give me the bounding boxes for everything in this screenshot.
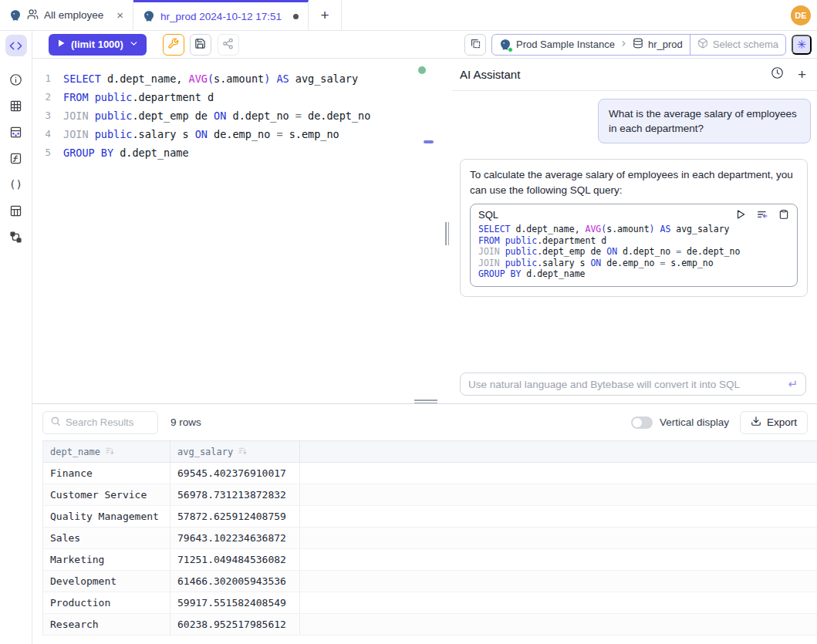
save-sheet-button[interactable]	[190, 34, 211, 56]
ai-assistant-button[interactable]: ✳	[792, 35, 812, 55]
export-button[interactable]: Export	[740, 411, 808, 434]
run-code-button[interactable]	[735, 209, 746, 220]
enter-icon[interactable]: ↵	[788, 377, 798, 391]
cell-avg-salary[interactable]: 79643.102234636872	[170, 528, 300, 548]
insert-into-editor-button[interactable]	[756, 208, 768, 221]
table-row[interactable]: Quality Management57872.625912408759	[42, 506, 817, 528]
table-row[interactable]: Marketing71251.049484536082	[42, 549, 817, 571]
sql-editor[interactable]: 1SELECT d.dept_name, AVG(s.amount) AS av…	[32, 59, 440, 403]
sidebar-item-tables[interactable]	[5, 95, 27, 116]
connection-breadcrumb: Prod Sample Instance hr_prod Select sche…	[491, 34, 786, 56]
instance-database-selector[interactable]: Prod Sample Instance hr_prod	[492, 38, 690, 51]
code-line: FROM public.department d	[478, 235, 789, 247]
parentheses-icon: ()	[9, 178, 22, 191]
cell-avg-salary[interactable]: 69545.402376910017	[170, 463, 300, 484]
batch-query-button[interactable]	[464, 34, 486, 56]
function-icon	[9, 152, 22, 165]
results-panel: 9 rows Vertical display Export dept_name…	[32, 403, 817, 644]
cell-avg-salary[interactable]: 59917.551582408549	[170, 592, 300, 613]
table-row[interactable]: Finance69545.402376910017	[42, 463, 817, 484]
run-query-button[interactable]: (limit 1000)	[49, 34, 147, 56]
sidebar-item-functions[interactable]	[5, 147, 27, 169]
tab-label: hr_prod 2024-10-12 17:51	[160, 11, 282, 22]
cell-dept-name[interactable]: Finance	[43, 463, 170, 484]
cell-dept-name[interactable]: Production	[43, 592, 170, 613]
postgres-icon	[143, 10, 155, 22]
new-chat-button[interactable]: +	[798, 67, 806, 82]
column-label: dept_name	[50, 447, 100, 457]
history-button[interactable]	[771, 66, 784, 83]
format-sql-button[interactable]	[163, 34, 184, 56]
cell-dept-name[interactable]: Customer Service	[43, 484, 170, 505]
code-block-body: SELECT d.dept_name, AVG(s.amount) AS avg…	[478, 224, 789, 280]
share-icon	[222, 38, 234, 52]
sidebar-item-schema-diagram[interactable]	[5, 226, 27, 248]
table-row[interactable]: Production59917.551582408549	[42, 592, 817, 614]
chevron-down-icon[interactable]	[129, 39, 139, 51]
ai-assistant-title: AI Assistant	[460, 68, 757, 81]
chevron-right-icon	[620, 39, 628, 50]
results-table-header: dept_name avg_salary	[42, 440, 817, 463]
cell-avg-salary[interactable]: 56978.731213872832	[170, 484, 300, 505]
code-line: 5GROUP BY d.dept_name	[32, 143, 440, 162]
cell-dept-name[interactable]: Marketing	[43, 549, 170, 570]
sidebar-item-data[interactable]	[5, 121, 27, 143]
sidebar-item-info[interactable]	[5, 69, 27, 90]
search-icon	[50, 416, 61, 430]
sidebar-item-views[interactable]	[5, 200, 27, 221]
vertical-display-toggle[interactable]	[631, 416, 653, 429]
cube-icon	[697, 38, 708, 51]
schema-selector[interactable]: Select schema	[690, 35, 785, 55]
clock-icon	[771, 66, 784, 83]
info-icon	[9, 73, 22, 86]
tab-hr-prod[interactable]: hr_prod 2024-10-12 17:51	[133, 0, 309, 30]
cell-dept-name[interactable]: Research	[43, 614, 170, 635]
results-table-body: Finance69545.402376910017Customer Servic…	[42, 463, 817, 636]
sidebar-item-editor[interactable]	[5, 35, 27, 56]
line-number: 4	[32, 125, 63, 143]
tab-all-employee[interactable]: All employee ×	[0, 0, 133, 30]
table-row[interactable]: Research60238.952517985612	[42, 614, 817, 636]
play-icon	[56, 39, 66, 50]
share-button[interactable]	[218, 34, 239, 56]
cell-dept-name[interactable]: Development	[43, 571, 170, 592]
new-tab-button[interactable]: +	[309, 0, 342, 30]
editor-lines: 1SELECT d.dept_name, AVG(s.amount) AS av…	[32, 69, 440, 162]
search-results-input[interactable]	[66, 416, 150, 428]
cell-avg-salary[interactable]: 71251.049484536082	[170, 549, 300, 570]
column-header-avg-salary[interactable]: avg_salary	[170, 441, 300, 462]
table-row[interactable]: Customer Service56978.731213872832	[42, 484, 817, 506]
avatar[interactable]: DE	[791, 5, 811, 25]
search-results-box	[42, 411, 158, 434]
postgres-icon	[499, 39, 511, 51]
cell-dept-name[interactable]: Sales	[43, 528, 170, 548]
table-row[interactable]: Development61466.302005943536	[42, 571, 817, 592]
toolbar-right: Prod Sample Instance hr_prod Select sche…	[464, 34, 812, 56]
close-icon[interactable]: ×	[116, 8, 123, 22]
sort-icon	[238, 446, 248, 458]
ai-assistant-panel: AI Assistant + What is the average salar…	[452, 59, 817, 403]
code-line: GROUP BY d.dept_name	[478, 268, 789, 280]
wrench-icon	[167, 38, 179, 52]
cell-dept-name[interactable]: Quality Management	[43, 506, 170, 527]
code-line: 1SELECT d.dept_name, AVG(s.amount) AS av…	[32, 69, 440, 88]
line-number: 2	[32, 88, 63, 106]
code-block-header: SQL	[478, 208, 789, 221]
ai-prompt-input[interactable]	[468, 379, 788, 390]
header-filler	[300, 441, 817, 462]
toggle-knob	[633, 418, 642, 427]
copy-code-button[interactable]	[778, 209, 789, 220]
cell-avg-salary[interactable]: 61466.302005943536	[170, 571, 300, 592]
cell-avg-salary[interactable]: 60238.952517985612	[170, 614, 300, 635]
er-diagram-icon	[9, 231, 22, 244]
assistant-message-text: To calculate the average salary of emplo…	[470, 167, 798, 198]
users-icon	[27, 8, 39, 22]
scrollbar-marker[interactable]	[424, 140, 434, 143]
column-header-dept-name[interactable]: dept_name	[43, 441, 170, 462]
results-table: dept_name avg_salary Finance69545.402376…	[42, 440, 817, 636]
vertical-resize-handle[interactable]	[445, 222, 451, 245]
cell-avg-salary[interactable]: 57872.625912408759	[170, 506, 300, 527]
table-row[interactable]: Sales79643.102234636872	[42, 528, 817, 549]
sidebar-item-procedures[interactable]: ()	[5, 174, 27, 195]
sql-editor-app: All employee × hr_prod 2024-10-12 17:51 …	[0, 0, 817, 644]
